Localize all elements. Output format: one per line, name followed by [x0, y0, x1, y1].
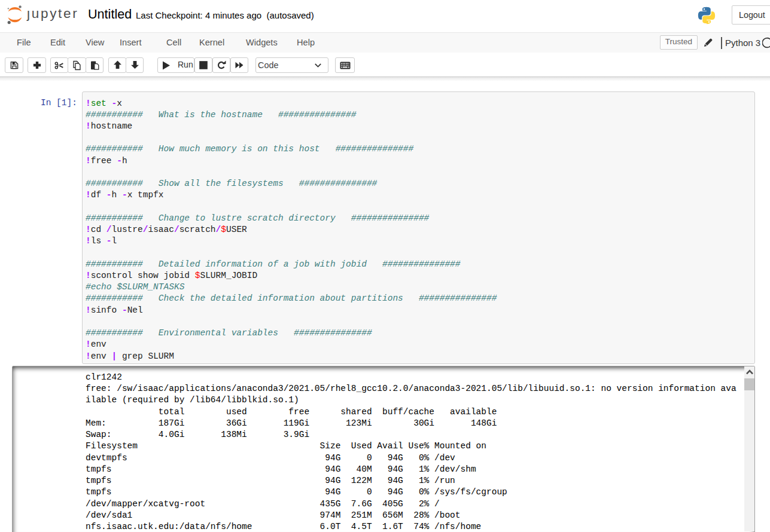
- svg-text:jupyter: jupyter: [26, 6, 78, 21]
